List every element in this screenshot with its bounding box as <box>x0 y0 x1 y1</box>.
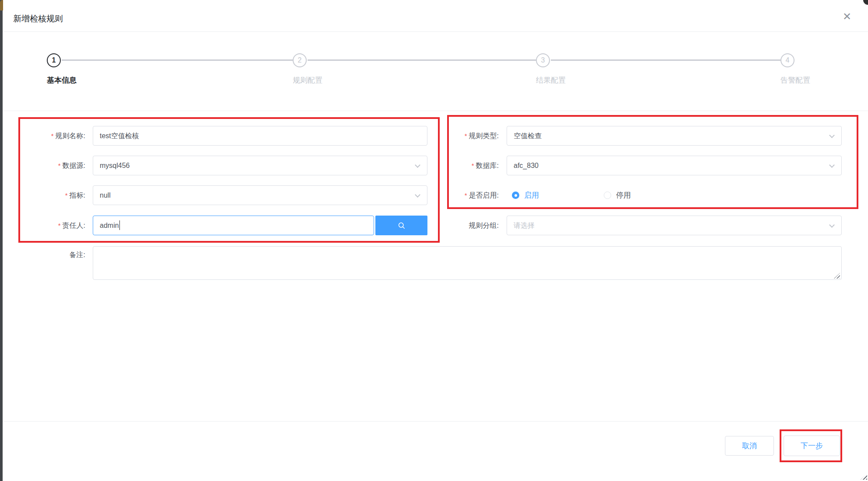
rule-type-label: *规则类型: <box>431 126 499 146</box>
chevron-down-icon <box>829 132 835 138</box>
step-4-label: 告警配置 <box>780 75 810 85</box>
metric-value: null <box>100 192 111 199</box>
add-check-rule-dialog: 新增检核规则 ✕ 1 2 3 4 基本信息 规则配置 结果配置 告警配置 *规则… <box>0 0 868 481</box>
chevron-down-icon <box>829 222 835 228</box>
data-source-select[interactable]: mysql456 <box>93 156 427 175</box>
close-icon[interactable]: ✕ <box>840 10 854 24</box>
data-source-value: mysql456 <box>100 162 130 169</box>
rule-name-value: test空值检核 <box>100 132 139 139</box>
database-select[interactable]: afc_830 <box>507 156 842 175</box>
database-label: *数据库: <box>431 156 499 175</box>
background-window-corner <box>0 0 3 10</box>
rule-type-select[interactable]: 空值检查 <box>507 126 842 146</box>
radio-enabled-on[interactable] <box>512 192 519 199</box>
metric-label: *指标: <box>18 185 85 205</box>
owner-search-button[interactable] <box>375 216 427 235</box>
step-1-circle: 1 <box>47 53 61 67</box>
step-connector-1 <box>62 59 293 61</box>
remark-label: 备注: <box>18 246 85 264</box>
rule-group-placeholder: 请选择 <box>514 222 535 229</box>
required-asterisk: * <box>465 192 467 199</box>
radio-enabled-on-label[interactable]: 启用 <box>524 190 539 200</box>
owner-label: *责任人: <box>18 216 85 235</box>
next-step-button[interactable]: 下一步 <box>784 436 840 456</box>
owner-value: admin <box>100 222 119 229</box>
header-divider <box>3 31 868 32</box>
chevron-down-icon <box>415 192 420 198</box>
metric-select[interactable]: null <box>93 185 427 205</box>
chevron-down-icon <box>415 162 420 168</box>
window-resize-handle[interactable] <box>861 474 867 480</box>
rule-type-value: 空值检查 <box>514 132 542 139</box>
search-icon <box>397 221 406 230</box>
radio-enabled-off[interactable] <box>604 192 611 199</box>
background-window-edge <box>0 0 3 481</box>
required-asterisk: * <box>51 132 54 139</box>
step-3-circle: 3 <box>536 53 550 67</box>
step-1-label: 基本信息 <box>47 75 77 85</box>
step-3-label: 结果配置 <box>536 75 566 85</box>
required-asterisk: * <box>58 222 61 229</box>
required-asterisk: * <box>58 162 61 169</box>
chevron-down-icon <box>829 162 835 168</box>
required-asterisk: * <box>472 162 474 169</box>
rule-name-input[interactable]: test空值检核 <box>93 126 427 146</box>
required-asterisk: * <box>465 132 467 139</box>
required-asterisk: * <box>65 192 68 199</box>
step-connector-3 <box>551 59 780 61</box>
step-2-label: 规则配置 <box>293 75 322 85</box>
rule-name-label: *规则名称: <box>18 126 85 146</box>
text-caret <box>119 220 120 230</box>
owner-input[interactable]: admin <box>93 216 374 235</box>
remark-textarea[interactable] <box>93 246 842 280</box>
dialog-title: 新增检核规则 <box>13 13 63 24</box>
cancel-button[interactable]: 取消 <box>725 436 774 456</box>
enabled-radio-group: 启用 停用 <box>507 185 631 205</box>
enabled-label: *是否启用: <box>431 185 499 205</box>
data-source-label: *数据源: <box>18 156 85 175</box>
footer-divider <box>3 421 868 422</box>
step-2-circle: 2 <box>293 53 307 67</box>
rule-group-label: 规则分组: <box>431 216 499 235</box>
step-4-circle: 4 <box>780 53 794 67</box>
top-right-corner-artifact <box>863 0 868 5</box>
database-value: afc_830 <box>514 162 539 169</box>
step-connector-2 <box>308 59 536 61</box>
stepper-form-divider <box>3 111 868 111</box>
radio-enabled-off-label[interactable]: 停用 <box>616 190 631 200</box>
rule-group-select[interactable]: 请选择 <box>507 216 842 235</box>
